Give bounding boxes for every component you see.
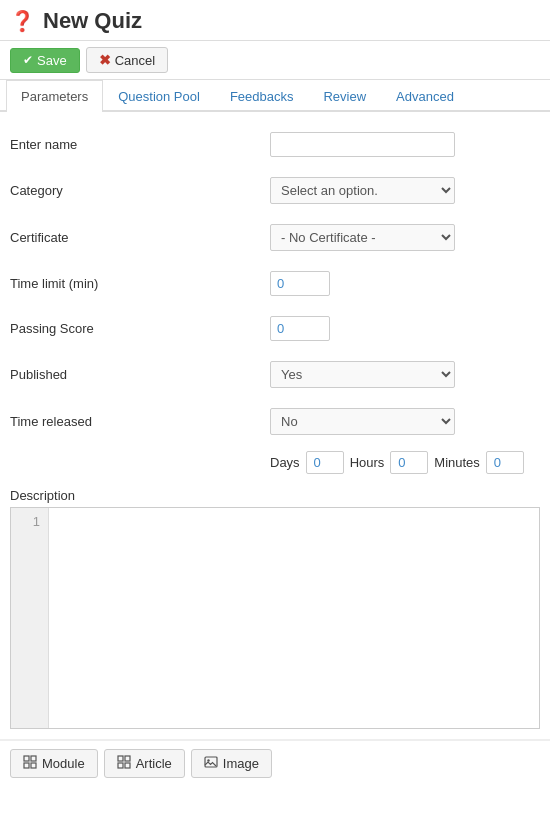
page-header: ❓ New Quiz xyxy=(0,0,550,41)
certificate-wrap: - No Certificate -Certificate ACertifica… xyxy=(270,224,540,251)
enter-name-input[interactable] xyxy=(270,132,455,157)
tab-advanced[interactable]: Advanced xyxy=(381,80,469,112)
category-row: Category Select an option.Option 1Option… xyxy=(10,167,540,214)
article-label: Article xyxy=(136,756,172,771)
days-input[interactable] xyxy=(306,451,344,474)
tab-question-pool[interactable]: Question Pool xyxy=(103,80,215,112)
time-limit-wrap xyxy=(270,271,540,296)
svg-rect-0 xyxy=(24,756,29,761)
published-label: Published xyxy=(10,367,270,382)
time-released-label: Time released xyxy=(10,414,270,429)
passing-score-wrap xyxy=(270,316,540,341)
minutes-input[interactable] xyxy=(486,451,524,474)
time-released-select[interactable]: NoYes xyxy=(270,408,455,435)
enter-name-wrap xyxy=(270,132,540,157)
published-wrap: YesNo xyxy=(270,361,540,388)
enter-name-row: Enter name xyxy=(10,122,540,167)
cancel-button[interactable]: ✖ Cancel xyxy=(86,47,168,73)
certificate-select[interactable]: - No Certificate -Certificate ACertifica… xyxy=(270,224,455,251)
svg-rect-1 xyxy=(31,756,36,761)
description-label: Description xyxy=(10,480,540,507)
passing-score-row: Passing Score xyxy=(10,306,540,351)
module-button[interactable]: Module xyxy=(10,749,98,778)
svg-rect-6 xyxy=(118,763,123,768)
passing-score-input[interactable] xyxy=(270,316,330,341)
svg-rect-7 xyxy=(125,763,130,768)
time-limit-label: Time limit (min) xyxy=(10,276,270,291)
module-label: Module xyxy=(42,756,85,771)
save-label: Save xyxy=(37,53,67,68)
image-label: Image xyxy=(223,756,259,771)
days-label: Days xyxy=(270,455,300,470)
time-limit-input[interactable] xyxy=(270,271,330,296)
tab-bar: Parameters Question Pool Feedbacks Revie… xyxy=(0,80,550,112)
certificate-row: Certificate - No Certificate -Certificat… xyxy=(10,214,540,261)
time-released-wrap: NoYes xyxy=(270,408,540,435)
time-limit-row: Time limit (min) xyxy=(10,261,540,306)
image-icon xyxy=(204,755,218,772)
time-released-row: Time released NoYes xyxy=(10,398,540,445)
quiz-icon: ❓ xyxy=(10,9,35,33)
passing-score-label: Passing Score xyxy=(10,321,270,336)
category-wrap: Select an option.Option 1Option 2 xyxy=(270,177,540,204)
published-select[interactable]: YesNo xyxy=(270,361,455,388)
article-icon xyxy=(117,755,131,772)
cancel-label: Cancel xyxy=(115,53,155,68)
svg-point-9 xyxy=(207,759,209,761)
enter-name-label: Enter name xyxy=(10,137,270,152)
tab-parameters[interactable]: Parameters xyxy=(6,80,103,112)
article-button[interactable]: Article xyxy=(104,749,185,778)
certificate-label: Certificate xyxy=(10,230,270,245)
tab-review[interactable]: Review xyxy=(308,80,381,112)
svg-rect-5 xyxy=(125,756,130,761)
hours-input[interactable] xyxy=(390,451,428,474)
minutes-label: Minutes xyxy=(434,455,480,470)
tab-feedbacks[interactable]: Feedbacks xyxy=(215,80,309,112)
module-icon xyxy=(23,755,37,772)
cancel-icon: ✖ xyxy=(99,52,111,68)
save-button[interactable]: ✔ Save xyxy=(10,48,80,73)
category-label: Category xyxy=(10,183,270,198)
category-select[interactable]: Select an option.Option 1Option 2 xyxy=(270,177,455,204)
toolbar: ✔ Save ✖ Cancel xyxy=(0,41,550,80)
page-title: New Quiz xyxy=(43,8,142,34)
check-icon: ✔ xyxy=(23,53,33,67)
time-sub-row: Days Hours Minutes xyxy=(10,445,540,480)
line-numbers: 1 xyxy=(11,508,49,728)
bottom-toolbar: Module Article Image xyxy=(0,740,550,786)
image-button[interactable]: Image xyxy=(191,749,272,778)
form-content: Enter name Category Select an option.Opt… xyxy=(0,112,550,739)
description-editor: 1 xyxy=(10,507,540,729)
published-row: Published YesNo xyxy=(10,351,540,398)
svg-rect-4 xyxy=(118,756,123,761)
description-textarea[interactable] xyxy=(49,508,539,728)
hours-label: Hours xyxy=(350,455,385,470)
svg-rect-3 xyxy=(31,763,36,768)
svg-rect-2 xyxy=(24,763,29,768)
